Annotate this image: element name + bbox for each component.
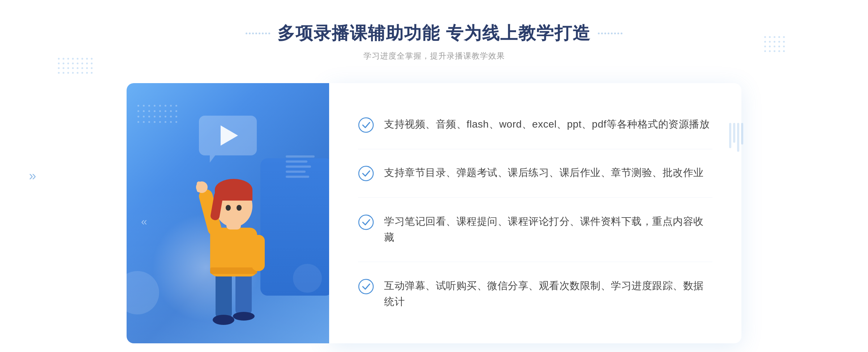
dot-decoration-left bbox=[58, 58, 93, 74]
svg-rect-5 bbox=[210, 267, 257, 274]
svg-rect-1 bbox=[235, 271, 252, 314]
play-icon bbox=[221, 125, 238, 146]
illustration-panel: « bbox=[127, 83, 329, 343]
svg-point-13 bbox=[226, 205, 231, 211]
chevron-left-icon: » bbox=[29, 168, 33, 184]
check-circle-icon-1 bbox=[358, 117, 374, 133]
features-panel: 支持视频、音频、flash、word、excel、ppt、pdf等各种格式的资源… bbox=[329, 83, 741, 343]
feature-divider-3 bbox=[358, 262, 712, 262]
svg-point-3 bbox=[233, 312, 255, 321]
play-button-container bbox=[199, 116, 257, 155]
svg-point-20 bbox=[359, 279, 373, 294]
figure-illustration bbox=[176, 155, 292, 343]
check-circle-icon-2 bbox=[358, 166, 374, 181]
title-decoration-left bbox=[246, 33, 270, 34]
svg-point-19 bbox=[359, 215, 373, 229]
check-circle-icon-3 bbox=[358, 214, 374, 230]
svg-point-18 bbox=[359, 166, 373, 181]
dot-grid-overlay bbox=[137, 105, 177, 123]
check-circle-icon-4 bbox=[358, 279, 374, 295]
stripe-decoration-right bbox=[729, 123, 743, 152]
speech-bubble bbox=[199, 116, 257, 155]
page-subtitle: 学习进度全掌握，提升录播课教学效果 bbox=[246, 51, 622, 61]
feature-divider-1 bbox=[358, 149, 712, 149]
feature-text-2: 支持章节目录、弹题考试、课后练习、课后作业、章节测验、批改作业 bbox=[384, 165, 704, 181]
header-section: 多项录播课辅助功能 专为线上教学打造 学习进度全掌握，提升录播课教学效果 bbox=[246, 22, 622, 61]
arrow-deco: « bbox=[141, 215, 144, 228]
dot-decoration-right bbox=[764, 36, 785, 52]
svg-rect-0 bbox=[216, 271, 232, 318]
feature-item-3: 学习笔记回看、课程提问、课程评论打分、课件资料下载，重点内容收藏 bbox=[358, 206, 712, 253]
content-area: « bbox=[127, 83, 741, 343]
feature-text-3: 学习笔记回看、课程提问、课程评论打分、课件资料下载，重点内容收藏 bbox=[384, 214, 712, 246]
title-decoration-right bbox=[598, 33, 622, 34]
feature-text-4: 互动弹幕、试听购买、微信分享、观看次数限制、学习进度跟踪、数据统计 bbox=[384, 278, 712, 310]
svg-rect-7 bbox=[252, 235, 265, 271]
feature-divider-2 bbox=[358, 197, 712, 198]
svg-point-2 bbox=[213, 315, 234, 325]
svg-rect-16 bbox=[197, 181, 201, 192]
title-row: 多项录播课辅助功能 专为线上教学打造 bbox=[246, 22, 622, 45]
svg-point-14 bbox=[237, 205, 242, 211]
feature-text-1: 支持视频、音频、flash、word、excel、ppt、pdf等各种格式的资源… bbox=[384, 116, 710, 133]
feature-item-4: 互动弹幕、试听购买、微信分享、观看次数限制、学习进度跟踪、数据统计 bbox=[358, 271, 712, 318]
page-container: » 多项录播课辅助功能 专为线上教学打造 学习进度全掌握，提升录播课教学效果 bbox=[0, 0, 868, 352]
feature-item-1: 支持视频、音频、flash、word、excel、ppt、pdf等各种格式的资源… bbox=[358, 109, 712, 140]
page-title: 多项录播课辅助功能 专为线上教学打造 bbox=[277, 22, 590, 45]
feature-item-2: 支持章节目录、弹题考试、课后练习、课后作业、章节测验、批改作业 bbox=[358, 158, 712, 189]
svg-point-17 bbox=[359, 118, 373, 132]
deco-circle-2 bbox=[293, 264, 322, 293]
